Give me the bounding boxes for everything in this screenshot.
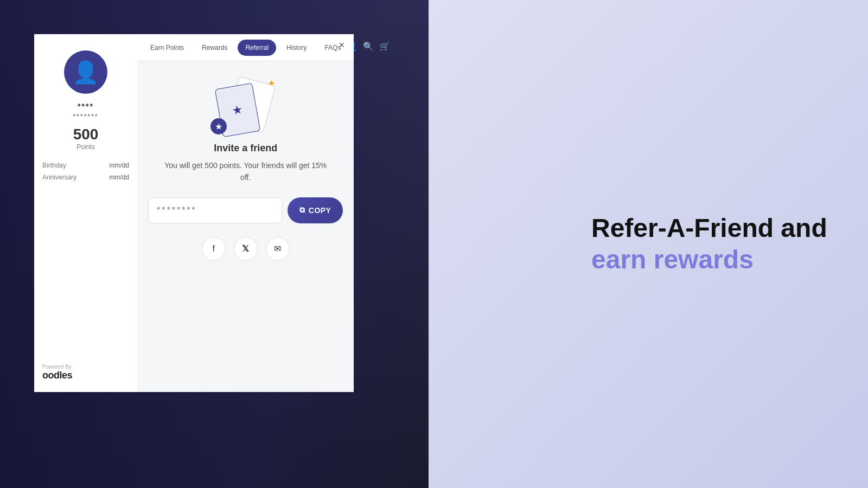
copy-button[interactable]: ⧉ COPY xyxy=(288,197,343,223)
anniversary-label: Anniversary xyxy=(42,174,76,181)
screenshot-wrapper: OODLES DEMO HOME CATALOG CONTACT REWARDS… xyxy=(0,0,868,488)
star-icon-front: ★ xyxy=(231,102,244,118)
tabs-bar: Earn Points Rewards Referral History FAQ… xyxy=(137,34,354,61)
user-panel: 👤 **** ******* 500 Points Birthday mm/dd… xyxy=(34,34,137,392)
referral-input-row: ⧉ COPY xyxy=(148,197,343,223)
star-badge: ★ xyxy=(210,118,227,134)
invite-title: Invite a friend xyxy=(214,143,277,154)
oodles-logo: oodles xyxy=(42,370,72,381)
copy-label: COPY xyxy=(309,206,331,215)
star-badge-icon: ★ xyxy=(215,121,222,132)
close-button[interactable]: ✕ xyxy=(336,40,347,50)
social-share-row: f 𝕏 ✉ xyxy=(202,237,290,261)
right-side-text: Refer-A-Friend and earn rewards xyxy=(591,213,835,275)
email-share-button[interactable]: ✉ xyxy=(266,237,290,261)
powered-text: Powered By xyxy=(42,364,72,370)
browser-mockup: OODLES DEMO HOME CATALOG CONTACT REWARDS… xyxy=(0,0,429,488)
refer-headline: Refer-A-Friend and earn rewards xyxy=(591,213,835,275)
referral-content: ★ ★ ★ ✦ Invite a friend You will get 500… xyxy=(137,61,354,392)
user-details: Birthday mm/dd Anniversary mm/dd xyxy=(42,162,129,185)
facebook-share-button[interactable]: f xyxy=(202,237,226,261)
referral-illustration: ★ ★ ★ ✦ xyxy=(216,78,276,132)
birthday-value: mm/dd xyxy=(109,162,129,169)
tab-rewards[interactable]: Rewards xyxy=(194,40,235,56)
avatar-icon: 👤 xyxy=(72,60,99,85)
email-icon: ✉ xyxy=(274,243,281,254)
referral-code-input[interactable] xyxy=(148,197,282,223)
tab-referral[interactable]: Referral xyxy=(238,40,276,56)
search-icon[interactable]: 🔍 xyxy=(363,41,374,52)
tab-earn-points[interactable]: Earn Points xyxy=(143,40,192,56)
points-number: 500 xyxy=(73,126,99,143)
user-masked-name: **** xyxy=(78,102,94,111)
anniversary-value: mm/dd xyxy=(109,174,129,181)
modal-overlay: 👤 **** ******* 500 Points Birthday mm/dd… xyxy=(34,34,349,392)
twitter-icon: 𝕏 xyxy=(242,243,249,254)
invite-description: You will get 500 points. Your friends wi… xyxy=(164,159,327,184)
powered-by: Powered By oodles xyxy=(42,364,72,381)
points-label: Points xyxy=(76,143,94,151)
birthday-row: Birthday mm/dd xyxy=(42,162,129,169)
copy-icon: ⧉ xyxy=(299,206,305,215)
headline-prefix: Refer-A-Friend and xyxy=(591,214,827,242)
facebook-icon: f xyxy=(212,244,214,254)
points-section: 500 Points xyxy=(73,126,99,151)
right-panel: ✕ Earn Points Rewards Referral History F… xyxy=(137,34,354,392)
tab-history[interactable]: History xyxy=(279,40,314,56)
anniversary-row: Anniversary mm/dd xyxy=(42,174,129,181)
twitter-share-button[interactable]: 𝕏 xyxy=(234,237,258,261)
user-masked-email: ******* xyxy=(73,113,99,120)
cart-icon[interactable]: 🛒 xyxy=(379,41,390,52)
avatar: 👤 xyxy=(64,50,107,94)
birthday-label: Birthday xyxy=(42,162,66,169)
headline-highlight: earn rewards xyxy=(591,245,754,274)
